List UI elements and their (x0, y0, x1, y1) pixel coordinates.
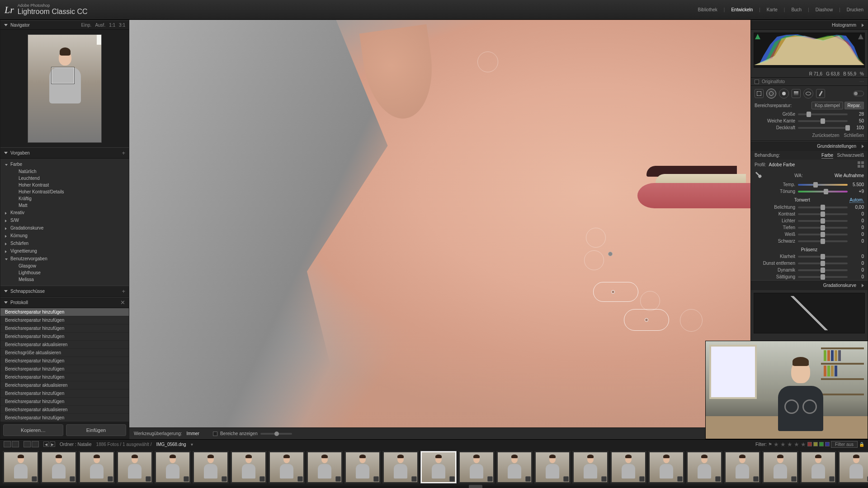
treatment-color[interactable]: Farbe (821, 153, 833, 159)
filmstrip-thumb[interactable] (155, 451, 191, 483)
module-develop[interactable]: Entwickeln (731, 7, 753, 12)
original-menu-icon[interactable]: ⋯ (859, 79, 864, 84)
history-entry[interactable]: Bereichsreparatur hinzufügen (0, 316, 129, 324)
basic-panel-header[interactable]: Grundeinstellungen (751, 141, 868, 151)
color-filter[interactable] (813, 442, 818, 446)
histogram-view[interactable] (754, 33, 865, 68)
profile-browser-icon[interactable] (858, 161, 864, 168)
nav-mode-1to1[interactable]: 1:1 (109, 23, 115, 28)
filmstrip-thumb[interactable] (572, 451, 609, 483)
visualize-threshold-slider[interactable] (260, 433, 292, 435)
paste-settings-button[interactable]: Einfügen (66, 424, 126, 436)
preset-folder[interactable]: S/W (0, 216, 129, 224)
filmstrip-thumb[interactable] (724, 451, 760, 483)
slider-Weiß[interactable]: Weiß0 (751, 231, 868, 238)
filmstrip-thumb[interactable] (307, 451, 343, 483)
slider-Belichtung[interactable]: Belichtung0,00 (751, 204, 868, 211)
star-filter[interactable]: ★ (780, 441, 786, 448)
preset-item[interactable]: Melissa (0, 276, 129, 283)
star-filter[interactable]: ★ (794, 441, 799, 448)
filmstrip-thumb[interactable] (79, 451, 115, 483)
preset-folder[interactable]: Körnung (0, 232, 129, 239)
history-entry[interactable]: Bereichsreparatur hinzufügen (0, 357, 129, 365)
color-filter[interactable] (825, 442, 830, 446)
module-print[interactable]: Drucken (847, 7, 863, 12)
star-filter[interactable]: ★ (801, 441, 806, 448)
tone-curve-view[interactable] (754, 293, 865, 333)
history-entry[interactable]: Bereichsgröße aktualisieren (0, 349, 129, 357)
history-header[interactable]: Protokoll ✕ (0, 297, 129, 308)
preset-folder[interactable]: Gradationskurve (0, 224, 129, 232)
slider-Größe[interactable]: Größe28 (751, 111, 868, 117)
heal-spot[interactable] (640, 291, 660, 311)
heal-mode-clone[interactable]: Kop.stempel (811, 102, 843, 109)
nav-mode-3to1[interactable]: 3:1 (119, 23, 125, 28)
history-entry[interactable]: Bereichsreparatur hinzufügen (0, 308, 129, 316)
history-entry[interactable]: Bereichsreparatur hinzufügen (0, 414, 129, 422)
history-entry[interactable]: Bereichsreparatur hinzufügen (0, 389, 129, 398)
history-entry[interactable]: Bereichsreparatur aktualisieren (0, 406, 129, 414)
filmstrip-thumb[interactable] (382, 451, 419, 483)
snapshots-header[interactable]: Schnappschüsse + (0, 286, 129, 297)
wb-eyedropper-icon[interactable] (753, 169, 764, 181)
add-snapshot-icon[interactable]: + (122, 288, 125, 295)
star-filter[interactable]: ★ (774, 441, 779, 448)
heal-reset-button[interactable]: Zurücksetzen (812, 133, 840, 138)
thumb-size-slider[interactable] (0, 486, 868, 488)
nav-arrows[interactable]: ◄► (43, 441, 55, 447)
color-filter[interactable] (819, 442, 824, 446)
color-filter[interactable] (807, 442, 812, 446)
nav-mode-fit[interactable]: Einp. (81, 23, 92, 28)
history-entry[interactable]: Bereichsreparatur aktualisieren (0, 341, 129, 349)
heal-spot-active[interactable] (593, 282, 638, 302)
heal-spot[interactable] (477, 52, 498, 72)
module-book[interactable]: Buch (791, 7, 802, 12)
slider-Weiche Kante[interactable]: Weiche Kante50 (751, 117, 868, 124)
slider-Deckkraft[interactable]: Deckkraft100 (751, 124, 868, 131)
slider-Dunst entfernen[interactable]: Dunst entfernen0 (751, 260, 868, 267)
heal-spot[interactable] (584, 250, 604, 270)
profile-dropdown[interactable]: Adobe Farbe (769, 162, 795, 167)
history-entry[interactable]: Bereichsreparatur hinzufügen (0, 333, 129, 341)
filter-preset-dropdown[interactable]: Filter aus (831, 441, 858, 448)
slider-Klarheit[interactable]: Klarheit0 (751, 253, 868, 260)
grid-view-buttons[interactable] (24, 441, 39, 447)
filmstrip-thumb[interactable] (344, 451, 381, 483)
main-image-view[interactable]: Werkzeugüberlagerung: Immer Bereiche anz… (129, 20, 750, 439)
slider-Temp.[interactable]: Temp.5.500 (751, 181, 868, 188)
history-entry[interactable]: Bereichsreparatur hinzufügen (0, 398, 129, 406)
preset-item[interactable]: Matt (0, 202, 129, 209)
preset-item[interactable]: Leuchtend (0, 175, 129, 182)
brush-tool-icon[interactable] (816, 89, 825, 98)
heal-spot[interactable] (586, 228, 606, 248)
preset-item[interactable]: Natürlich (0, 168, 129, 175)
redeye-tool-icon[interactable] (779, 89, 789, 99)
history-entry[interactable]: Bereichsreparatur hinzufügen (0, 373, 129, 381)
auto-tone-button[interactable]: Autom. (849, 197, 864, 203)
filmstrip-thumb[interactable] (420, 451, 457, 483)
flag-filter-icon[interactable]: ⚑ (768, 442, 772, 447)
copy-settings-button[interactable]: Kopieren… (3, 424, 63, 436)
preset-item[interactable]: Glasgow (0, 263, 129, 269)
preset-folder[interactable]: Vignettierung (0, 247, 129, 255)
heal-tool-icon[interactable] (766, 89, 776, 99)
preset-item[interactable]: Hoher Kontrast (0, 182, 129, 188)
folder-path[interactable]: Ordner : Natalie (60, 442, 92, 447)
navigator-header[interactable]: Navigator Einp. Ausf. 1:1 3:1 (0, 20, 129, 30)
slider-Kontrast[interactable]: Kontrast0 (751, 211, 868, 217)
heal-source-marker[interactable] (608, 252, 613, 256)
filmstrip-thumb[interactable] (496, 451, 533, 483)
filmstrip-thumb[interactable] (117, 451, 153, 483)
filmstrip-thumb[interactable] (231, 451, 267, 483)
preset-item[interactable]: Lighthouse (0, 269, 129, 276)
panel-switch[interactable] (853, 91, 864, 96)
filmstrip-thumb[interactable] (800, 451, 836, 483)
preset-folder[interactable]: Benutzervorgaben (0, 255, 129, 263)
filmstrip-thumb[interactable] (762, 451, 798, 483)
preset-folder[interactable]: Kreativ (0, 209, 129, 216)
heal-pin-icon[interactable] (611, 290, 615, 294)
presets-header[interactable]: Vorgaben + (0, 147, 129, 159)
overlay-mode-dropdown[interactable]: Immer (187, 431, 199, 436)
filmstrip-thumb[interactable] (648, 451, 684, 483)
slider-Tönung[interactable]: Tönung+9 (751, 188, 868, 195)
